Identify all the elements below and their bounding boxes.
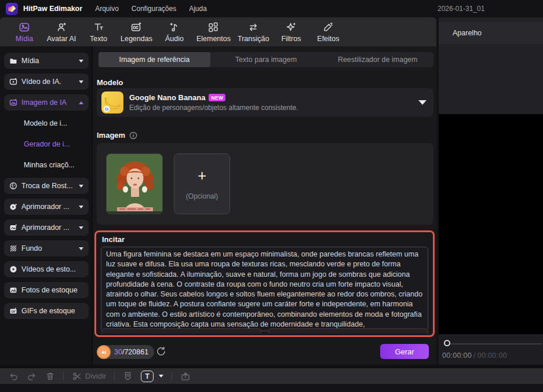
clipped-option-box	[268, 328, 428, 334]
scrubber-track[interactable]	[448, 343, 542, 345]
sidebar-item-stock-gifs[interactable]: GIF GIFs de estoque	[4, 303, 89, 319]
sidebar: Mídia Vídeo de IA. Imagem de IA Modelo d…	[0, 46, 93, 365]
filters-icon	[285, 21, 297, 33]
sidebar-item-background[interactable]: Fundo	[4, 240, 89, 257]
split-button[interactable]: Dividir	[72, 371, 106, 382]
chevron-down-icon	[79, 206, 83, 208]
uploaded-image-thumbnail[interactable]	[106, 153, 163, 214]
chevron-down-icon	[79, 226, 83, 229]
current-time: 00:00:00	[442, 351, 472, 360]
image-enhancer-icon	[9, 224, 17, 232]
stock-gifs-icon: GIF	[9, 307, 17, 315]
sidebar-item-image-enhancer[interactable]: Aprimorador ...	[4, 219, 89, 236]
ribbon-tab-subtitles[interactable]: Legendas	[117, 17, 156, 46]
model-selector[interactable]: G Google Nano Banana NEW Edição de perso…	[97, 88, 433, 117]
sidebar-item-stock-photos[interactable]: Fotos de estoque	[4, 282, 89, 298]
transition-icon	[247, 21, 259, 33]
preview-panel: Aparelho 00:00:00/00:00:00	[439, 17, 543, 365]
generator-tabs: Imagem de referência Texto para imagem R…	[99, 52, 433, 67]
generate-button[interactable]: Gerar	[380, 344, 429, 359]
elements-icon	[207, 21, 219, 33]
sidebar-item-face-swap[interactable]: Troca de Rost...	[4, 178, 89, 194]
toolbar-separator	[63, 372, 64, 380]
ribbon-tab-filters[interactable]: Filtros	[272, 17, 309, 46]
effects-icon	[322, 21, 334, 33]
sidebar-item-video-enhancer[interactable]: Aprimorador ...	[4, 199, 89, 215]
app-name: HitPaw Edimakor	[23, 5, 82, 13]
avatar-ai-icon	[56, 21, 67, 33]
ai-coin-icon: AI	[97, 345, 111, 359]
stock-videos-icon	[9, 265, 17, 273]
info-icon[interactable]	[129, 131, 137, 140]
sidebar-item-stock-videos[interactable]: Vídeos de esto...	[4, 261, 89, 277]
menubar: Arquivo Configurações Ajuda	[95, 5, 207, 13]
add-optional-image-button[interactable]: + (Opcional)	[174, 153, 230, 214]
export-frame-icon[interactable]	[180, 371, 191, 382]
preview-device-header[interactable]: Aparelho	[439, 22, 543, 44]
prompt-section-highlighted: Incitar	[94, 230, 435, 337]
model-section-label: Modelo	[97, 78, 123, 87]
scrubber-handle[interactable]	[444, 340, 450, 346]
sidebar-item-media[interactable]: Mídia	[4, 53, 89, 69]
tab-text-to-image[interactable]: Texto para imagem	[210, 52, 322, 67]
sidebar-item-ai-image[interactable]: Imagem de IA	[4, 94, 89, 111]
chevron-down-icon	[79, 60, 83, 63]
toolbar-separator	[114, 372, 115, 380]
plus-icon: +	[198, 168, 206, 183]
prompt-input[interactable]	[101, 247, 428, 331]
prompt-section-label: Incitar	[102, 235, 125, 244]
model-dropdown-chevron-icon[interactable]	[418, 100, 427, 105]
toolbar-separator	[172, 372, 172, 380]
scissors-icon	[72, 371, 82, 382]
ribbon-tab-text[interactable]: Texto	[80, 17, 117, 46]
sidebar-subitem-image-generator[interactable]: Gerador de i...	[4, 136, 89, 152]
app-logo-icon	[6, 3, 18, 15]
credits-used: 30	[114, 348, 122, 356]
titlebar: HitPaw Edimakor Arquivo Configurações Aj…	[0, 0, 543, 17]
menu-file[interactable]: Arquivo	[95, 5, 119, 13]
media-icon	[19, 21, 30, 33]
optional-label: (Opcional)	[186, 192, 218, 200]
timeline-toolbar: Dividir T	[0, 368, 543, 384]
chevron-down-icon	[79, 80, 83, 83]
audio-icon	[169, 21, 180, 33]
text-tool-button[interactable]: T	[141, 371, 163, 382]
ribbon-tab-media[interactable]: Mídia	[6, 17, 43, 46]
ribbon-tab-transition[interactable]: Transição	[234, 17, 272, 46]
background-icon	[9, 244, 17, 252]
menu-help[interactable]: Ajuda	[189, 5, 207, 13]
refresh-icon[interactable]	[156, 346, 166, 357]
sidebar-subitem-my-creations[interactable]: Minhas criaçõ...	[4, 157, 89, 173]
menu-settings[interactable]: Configurações	[132, 5, 176, 13]
stock-photos-icon	[9, 286, 17, 294]
model-name: Google Nano Banana	[129, 93, 205, 102]
credits-total: /720861	[122, 348, 148, 356]
app-window: HitPaw Edimakor Arquivo Configurações Aj…	[0, 0, 543, 392]
sidebar-subitem-image-model[interactable]: Modelo de i...	[4, 115, 89, 131]
video-enhancer-icon	[9, 203, 17, 211]
preview-canvas	[439, 114, 543, 334]
total-time: 00:00:00	[478, 351, 507, 360]
tab-image-restyler[interactable]: Reestilizador de imagem	[322, 52, 433, 67]
time-separator: /	[473, 351, 476, 360]
tab-reference-image[interactable]: Imagem de referência	[99, 52, 210, 67]
sidebar-item-ai-video[interactable]: Vídeo de IA.	[4, 74, 89, 90]
image-section-label: Imagem	[97, 131, 125, 140]
chevron-up-icon	[79, 101, 83, 104]
ribbon-tab-elements[interactable]: Elementos	[193, 17, 234, 46]
generator-panel: Imagem de referência Texto para imagem R…	[93, 46, 436, 365]
ai-credits-counter[interactable]: AI 30 /720861	[97, 345, 154, 359]
redo-icon[interactable]	[27, 371, 37, 382]
subtitles-icon	[130, 21, 142, 33]
ai-video-icon	[9, 78, 17, 86]
marker-icon[interactable]	[123, 371, 133, 381]
preview-scrubber-area: 00:00:00/00:00:00	[439, 334, 543, 365]
ribbon-tab-effects[interactable]: Efeitos	[309, 17, 347, 46]
ribbon-tab-audio[interactable]: Áudio	[156, 17, 193, 46]
ribbon-tab-avatar-ai[interactable]: Avatar AI	[43, 17, 80, 46]
chevron-down-icon	[79, 185, 83, 188]
model-banana-icon: G	[101, 91, 123, 113]
reference-image-area: + (Opcional)	[97, 143, 433, 225]
undo-icon[interactable]	[8, 371, 19, 382]
delete-icon[interactable]	[45, 371, 55, 381]
